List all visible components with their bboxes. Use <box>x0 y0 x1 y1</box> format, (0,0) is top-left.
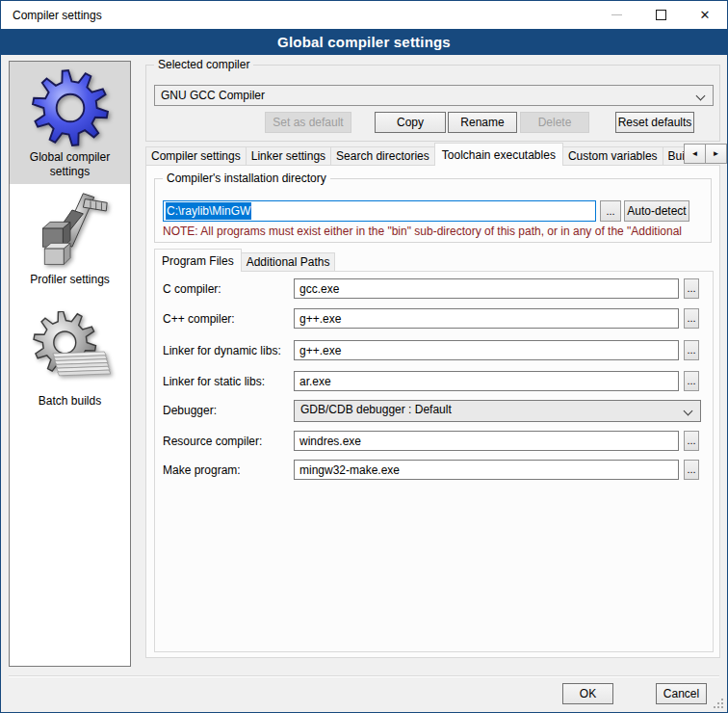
tab-linker-settings[interactable]: Linker settings <box>246 146 331 166</box>
chevron-down-icon <box>696 92 706 101</box>
close-icon: ✕ <box>700 9 711 21</box>
install-dir-note: NOTE: All programs must exist either in … <box>163 224 710 238</box>
resource-compiler-browse-button[interactable]: ... <box>684 431 699 451</box>
field-label: Make program: <box>163 463 241 477</box>
make-program-browse-button[interactable]: ... <box>684 460 699 480</box>
field-row-c-compiler: C compiler: ... <box>155 278 713 300</box>
linker-static-browse-button[interactable]: ... <box>684 371 699 391</box>
set-as-default-button[interactable]: Set as default <box>265 112 351 133</box>
install-dir-browse-button[interactable]: ... <box>600 200 621 222</box>
sidebar-item-global-compiler-settings[interactable]: Global compiler settings <box>10 62 130 184</box>
autodetect-button[interactable]: Auto-detect <box>624 200 689 222</box>
linker-static-input[interactable] <box>294 371 679 391</box>
field-label: C++ compiler: <box>163 312 235 326</box>
settings-category-list: Global compiler settings Profiler settin… <box>9 61 131 667</box>
minimize-button[interactable] <box>594 1 638 29</box>
resource-compiler-input[interactable] <box>294 431 679 451</box>
group-label: Compiler's installation directory <box>163 172 330 185</box>
window-controls: ✕ <box>594 1 727 29</box>
c-compiler-browse-button[interactable]: ... <box>684 278 699 299</box>
installation-directory-group: Compiler's installation directory C:\ray… <box>154 178 712 243</box>
make-program-input[interactable] <box>294 460 679 480</box>
field-row-debugger: Debugger: GDB/CDB debugger : Default <box>155 400 713 421</box>
debugger-dropdown-value: GDB/CDB debugger : Default <box>295 401 700 419</box>
dialog-banner: Global compiler settings <box>1 29 727 55</box>
debugger-dropdown[interactable]: GDB/CDB debugger : Default <box>294 400 701 422</box>
sidebar-item-batch-builds[interactable]: Batch builds <box>10 305 130 413</box>
field-label: Resource compiler: <box>163 435 262 448</box>
tab-compiler-settings[interactable]: Compiler settings <box>145 146 247 166</box>
c-compiler-input[interactable] <box>294 278 679 299</box>
install-dir-input[interactable]: C:\raylib\MinGW <box>163 200 596 222</box>
tab-build-options-truncated[interactable]: Build <box>663 146 686 166</box>
install-dir-selected-text: C:\raylib\MinGW <box>166 202 251 220</box>
cpp-compiler-browse-button[interactable]: ... <box>684 308 699 329</box>
sidebar-item-label: Global compiler settings <box>16 150 124 179</box>
tab-additional-paths[interactable]: Additional Paths <box>241 252 336 272</box>
sidebar-item-label: Batch builds <box>39 394 101 409</box>
tab-scroll-left-button[interactable]: ◄ <box>684 144 706 164</box>
blue-gear-icon <box>30 67 111 148</box>
titlebar: Compiler settings ✕ <box>1 1 727 29</box>
group-label: Selected compiler <box>154 58 253 71</box>
toolchain-executables-pane: Compiler's installation directory C:\ray… <box>145 165 720 658</box>
linker-dynamic-input[interactable] <box>294 340 679 360</box>
compiler-settings-dialog: Compiler settings ✕ Global compiler sett… <box>0 0 728 713</box>
tab-program-files[interactable]: Program Files <box>154 249 242 272</box>
field-label: C compiler: <box>163 282 221 296</box>
field-row-resource-compiler: Resource compiler: ... <box>155 431 713 452</box>
tab-toolchain-executables[interactable]: Toolchain executables <box>434 143 563 166</box>
tab-scroll-right-icon: ► <box>713 149 720 158</box>
sidebar-item-profiler-settings[interactable]: Profiler settings <box>10 184 130 292</box>
field-label: Linker for static libs: <box>163 375 265 388</box>
tab-scroll-buttons: ◄ ► <box>685 144 727 164</box>
tab-scroll-right-button[interactable]: ► <box>705 144 727 164</box>
compiler-buttons-row: Set as default Copy Rename Delete Reset … <box>146 112 694 133</box>
cancel-button[interactable]: Cancel <box>656 683 707 704</box>
resize-grip[interactable] <box>714 699 724 709</box>
field-row-make-program: Make program: ... <box>155 460 713 481</box>
caliper-icon <box>30 190 111 271</box>
cpp-compiler-input[interactable] <box>294 308 679 329</box>
gear-stack-icon <box>30 311 111 392</box>
ok-button[interactable]: OK <box>562 683 613 704</box>
minimize-icon <box>611 14 622 15</box>
compiler-combobox-value: GNU GCC Compiler <box>155 89 265 102</box>
tab-scroll-left-icon: ◄ <box>691 149 699 158</box>
compiler-combobox[interactable]: GNU GCC Compiler <box>154 85 714 106</box>
window-title: Compiler settings <box>13 9 102 22</box>
settings-tabstrip: Compiler settings Linker settings Search… <box>145 143 727 166</box>
rename-button[interactable]: Rename <box>448 112 517 133</box>
field-label: Linker for dynamic libs: <box>163 344 281 357</box>
tab-custom-variables[interactable]: Custom variables <box>562 146 663 166</box>
footer-divider <box>9 675 719 677</box>
program-files-tabstrip: Program Files Additional Paths <box>154 249 714 272</box>
field-row-linker-dynamic: Linker for dynamic libs: ... <box>155 340 713 361</box>
reset-defaults-button[interactable]: Reset defaults <box>615 112 694 133</box>
maximize-button[interactable] <box>638 1 683 29</box>
close-button[interactable]: ✕ <box>683 1 727 29</box>
selected-compiler-group: Selected compiler GNU GCC Compiler Set a… <box>145 65 720 142</box>
delete-button[interactable]: Delete <box>520 112 589 133</box>
sidebar-item-label: Profiler settings <box>30 273 110 287</box>
field-label: Debugger: <box>163 404 217 417</box>
program-files-pane: C compiler: ... C++ compiler: ... Linker… <box>154 271 714 652</box>
linker-dynamic-browse-button[interactable]: ... <box>684 340 699 360</box>
field-row-linker-static: Linker for static libs: ... <box>155 371 713 392</box>
banner-title: Global compiler settings <box>277 34 451 50</box>
field-row-cpp-compiler: C++ compiler: ... <box>155 308 713 330</box>
copy-button[interactable]: Copy <box>375 112 446 133</box>
maximize-icon <box>656 10 666 20</box>
tab-search-directories[interactable]: Search directories <box>330 146 435 166</box>
